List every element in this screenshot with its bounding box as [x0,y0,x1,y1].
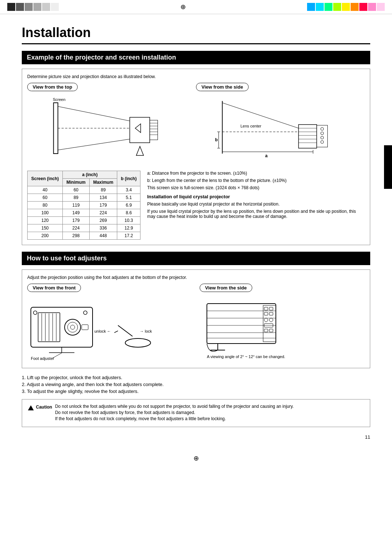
svg-text:b: b [215,137,218,142]
color-strip [324,3,332,11]
foot-view-side: View from the side [200,284,365,363]
color-strip [351,3,359,11]
table-cell: 224 [63,224,90,232]
section2-box: Adjust the projection position using the… [22,269,370,368]
svg-line-58 [114,331,118,333]
color-strip [33,3,41,11]
table-cell: 12.9 [117,224,140,232]
table-cell: 179 [89,202,117,209]
table-cell: 3.4 [117,186,140,194]
svg-rect-73 [264,329,268,332]
view-side-label1: View from the side [196,83,249,91]
svg-line-53 [53,353,62,358]
color-strip [377,3,385,11]
svg-rect-67 [269,307,273,310]
page-title: Installation [22,25,370,44]
top-bar: ⊕ [0,0,392,14]
table-cell: 149 [63,209,90,217]
svg-line-3 [58,139,130,150]
instruction-item-3: 3. To adjust the angle slightly, revolve… [22,389,370,394]
svg-point-46 [70,325,75,329]
svg-text:A viewing angle of 2° ~ 12° ca: A viewing angle of 2° ~ 12° can be chang… [207,354,285,359]
table-cell: 120 [28,217,63,224]
table-row: 12017926910.3 [28,217,140,224]
color-strip [51,3,59,11]
svg-marker-13 [136,146,144,155]
page-number: 11 [22,434,370,440]
svg-point-55 [125,338,151,347]
table-cell: 134 [89,194,117,202]
view-top-label: View from the top [27,83,78,91]
svg-rect-68 [264,312,268,315]
col-a-inch: a (inch) [63,171,117,179]
table-row: 1001492248.6 [28,209,140,217]
col-screen: Screen (inch) [28,171,63,186]
diagram-view-side: View from the side Lens center b [196,83,365,166]
svg-text:Lens center: Lens center [241,124,262,128]
view-front-label: View from the front [27,284,81,292]
color-strip [368,3,376,11]
liquid-text2: If you use liquid crystal projector by t… [147,209,365,219]
table-cell: 100 [28,209,63,217]
color-strip [307,3,315,11]
color-strip [16,3,24,11]
svg-point-34 [321,132,324,135]
svg-marker-6 [135,124,141,133]
front-view-svg: Foot adjuster unlock ← → lock [27,296,180,362]
bottom-compass: ⊕ [0,454,392,462]
svg-text:a: a [265,153,268,158]
liquid-text1: Please basically use liquid crystal proj… [147,202,365,207]
svg-rect-74 [269,329,273,332]
top-view-svg: Screen [27,96,196,165]
table-row: 60891345.1 [28,194,140,202]
svg-rect-0 [54,103,58,154]
liquid-heading: Installation of liquid crystal projector [147,194,365,199]
section1-heading: Example of the projector and screen inst… [22,51,370,64]
color-strip [333,3,341,11]
caution-label-area: Caution [28,404,52,422]
caution-line-1: Do not unlock the foot adjusters while y… [55,404,294,409]
caution-triangle-icon [28,405,34,410]
table-cell: 89 [89,186,117,194]
side-tab [384,145,392,189]
svg-point-71 [269,318,273,322]
table-cell: 269 [89,217,117,224]
color-strip [7,3,15,11]
side-view-svg: Lens center b a [196,96,365,165]
color-strip [342,3,350,11]
table-cell: 40 [28,186,63,194]
table-and-notes: Screen (inch) a (inch) b (inch) Minimum … [27,171,365,240]
svg-text:→ lock: → lock [140,329,152,333]
caution-box: Caution Do not unlock the foot adjusters… [22,399,370,427]
svg-point-44 [65,319,81,335]
color-strip [316,3,324,11]
table-cell: 448 [89,232,117,240]
svg-text:Screen: Screen [53,97,66,102]
table-row: 20029844817.2 [28,232,140,240]
table-row: 15022433612.9 [28,224,140,232]
foot-intro: Adjust the projection position using the… [27,275,365,280]
section1-box: Determine picture size and projection di… [22,69,370,245]
svg-point-48 [83,311,87,314]
table-cell: 119 [63,202,90,209]
table-cell: 5.1 [117,194,140,202]
svg-point-36 [321,141,324,143]
svg-point-35 [321,136,324,139]
col-maximum: Maximum [89,179,117,186]
svg-point-47 [33,311,37,314]
diagram-view-top: View from the top Screen [27,83,196,166]
instruction-item-1: 1. Lift up the projector, unlock the foo… [22,375,370,380]
compass-dot: ⊕ [59,3,307,11]
main-content: Installation Example of the projector an… [0,14,392,451]
table-container: Screen (inch) a (inch) b (inch) Minimum … [27,171,140,240]
table-cell: 298 [63,232,90,240]
note-screen: This screen size is full-screen size. (1… [147,185,365,190]
caution-text: Do not unlock the foot adjusters while y… [55,404,294,422]
svg-point-45 [68,322,78,332]
svg-line-2 [58,106,130,121]
table-row: 801191796.9 [28,202,140,209]
svg-rect-66 [264,307,268,310]
col-minimum: Minimum [63,179,90,186]
color-strip [25,3,33,11]
side-view-foot-svg: A viewing angle of 2° ~ 12° can be chang… [200,296,338,362]
